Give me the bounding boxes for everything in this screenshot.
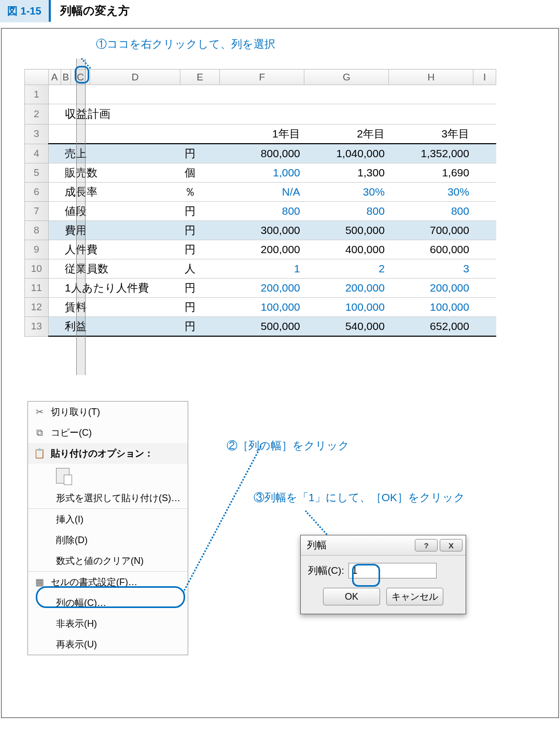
row-head[interactable]: 13 <box>25 317 49 337</box>
data-cell[interactable]: 652,000 <box>389 317 473 337</box>
data-cell[interactable]: 800 <box>389 202 473 221</box>
data-cell[interactable]: 1,040,000 <box>304 144 389 163</box>
data-cell[interactable]: 1 <box>220 259 304 279</box>
row-head[interactable]: 5 <box>25 163 49 183</box>
col-A[interactable]: A <box>48 70 61 85</box>
select-all-corner[interactable] <box>25 70 49 85</box>
data-cell[interactable]: 200,000 <box>304 279 389 298</box>
ctx-unhide[interactable]: 再表示(U) <box>28 634 188 655</box>
year-2[interactable]: 2年目 <box>304 125 389 144</box>
cell[interactable] <box>48 163 61 183</box>
col-I[interactable]: I <box>473 70 496 85</box>
cell[interactable] <box>473 183 496 202</box>
row-head[interactable]: 6 <box>25 183 49 202</box>
row-label[interactable]: 従業員数 <box>61 259 180 279</box>
sheet-title[interactable]: 収益計画 <box>61 104 496 125</box>
cell[interactable] <box>473 298 496 317</box>
data-cell[interactable]: 300,000 <box>220 221 304 240</box>
data-cell[interactable]: 200,000 <box>220 240 304 259</box>
data-cell[interactable]: 800,000 <box>220 144 304 163</box>
row-label[interactable]: 費用 <box>61 221 180 240</box>
row-head[interactable]: 11 <box>25 279 49 298</box>
data-cell[interactable]: 540,000 <box>304 317 389 337</box>
row-label[interactable]: 売上 <box>61 144 180 163</box>
row-label[interactable]: 利益 <box>61 317 180 337</box>
row-unit[interactable]: 円 <box>180 298 220 317</box>
cell[interactable] <box>473 202 496 221</box>
ctx-paste-special[interactable]: 形式を選択して貼り付け(S)… <box>28 488 188 508</box>
row-label[interactable]: 値段 <box>61 202 180 221</box>
data-cell[interactable]: 30% <box>389 183 473 202</box>
ok-button[interactable]: OK <box>323 588 380 605</box>
cell[interactable] <box>48 259 61 279</box>
data-cell[interactable]: 500,000 <box>220 317 304 337</box>
close-button[interactable]: X <box>440 539 463 551</box>
row-label[interactable]: 人件費 <box>61 240 180 259</box>
data-cell[interactable]: 100,000 <box>304 298 389 317</box>
ctx-hide[interactable]: 非表示(H) <box>28 613 188 634</box>
data-cell[interactable]: 1,000 <box>220 163 304 183</box>
cell[interactable] <box>48 317 61 337</box>
data-cell[interactable]: 1,352,000 <box>389 144 473 163</box>
cell[interactable] <box>48 240 61 259</box>
col-H[interactable]: H <box>389 70 473 85</box>
data-cell[interactable]: 200,000 <box>220 279 304 298</box>
row-label[interactable]: 1人あたり人件費 <box>61 279 180 298</box>
cell[interactable] <box>48 104 61 125</box>
row-head[interactable]: 12 <box>25 298 49 317</box>
data-cell[interactable]: 200,000 <box>389 279 473 298</box>
cell[interactable] <box>473 317 496 337</box>
cell[interactable] <box>48 125 220 144</box>
cell[interactable] <box>48 298 61 317</box>
cell[interactable] <box>473 163 496 183</box>
ctx-copy[interactable]: ⧉ コピー(C) <box>28 422 188 443</box>
data-cell[interactable]: 800 <box>304 202 389 221</box>
ctx-delete[interactable]: 削除(D) <box>28 530 188 550</box>
row-unit[interactable]: 円 <box>180 144 220 163</box>
cell[interactable] <box>48 202 61 221</box>
row-1-head[interactable]: 1 <box>25 85 49 104</box>
row-3-head[interactable]: 3 <box>25 125 49 144</box>
row-unit[interactable]: 円 <box>180 240 220 259</box>
year-3[interactable]: 3年目 <box>389 125 473 144</box>
row-unit[interactable]: ％ <box>180 183 220 202</box>
row-unit[interactable]: 円 <box>180 221 220 240</box>
dialog-titlebar[interactable]: 列幅 ? X <box>301 535 466 556</box>
row-unit[interactable]: 人 <box>180 259 220 279</box>
row-unit[interactable]: 円 <box>180 279 220 298</box>
data-cell[interactable]: 30% <box>304 183 389 202</box>
row-head[interactable]: 10 <box>25 259 49 279</box>
cell[interactable] <box>473 259 496 279</box>
row-head[interactable]: 8 <box>25 221 49 240</box>
row-label[interactable]: 販売数 <box>61 163 180 183</box>
row-head[interactable]: 7 <box>25 202 49 221</box>
data-cell[interactable]: 400,000 <box>304 240 389 259</box>
cell[interactable] <box>473 279 496 298</box>
data-cell[interactable]: 500,000 <box>304 221 389 240</box>
row-head[interactable]: 4 <box>25 144 49 163</box>
row-unit[interactable]: 円 <box>180 317 220 337</box>
cancel-button[interactable]: キャンセル <box>386 588 443 605</box>
ctx-cut[interactable]: ✂ 切り取り(T) <box>28 402 188 422</box>
column-header-row[interactable]: A B C D E F G H I <box>25 70 496 85</box>
ctx-paste-options[interactable]: 📋 貼り付けのオプション： <box>28 443 188 464</box>
cell[interactable] <box>48 221 61 240</box>
ctx-clear[interactable]: 数式と値のクリア(N) <box>28 550 188 571</box>
data-cell[interactable]: N/A <box>220 183 304 202</box>
cell[interactable] <box>48 279 61 298</box>
cell[interactable] <box>473 144 496 163</box>
cell[interactable] <box>48 85 496 104</box>
data-cell[interactable]: 100,000 <box>220 298 304 317</box>
data-cell[interactable]: 700,000 <box>389 221 473 240</box>
data-cell[interactable]: 1,300 <box>304 163 389 183</box>
row-label[interactable]: 成長率 <box>61 183 180 202</box>
col-D[interactable]: D <box>90 70 180 85</box>
year-1[interactable]: 1年目 <box>220 125 304 144</box>
data-cell[interactable]: 600,000 <box>389 240 473 259</box>
ctx-paste-option-icon[interactable] <box>28 464 188 488</box>
col-B[interactable]: B <box>61 70 71 85</box>
row-unit[interactable]: 円 <box>180 202 220 221</box>
cell[interactable] <box>473 240 496 259</box>
col-G[interactable]: G <box>304 70 389 85</box>
row-unit[interactable]: 個 <box>180 163 220 183</box>
